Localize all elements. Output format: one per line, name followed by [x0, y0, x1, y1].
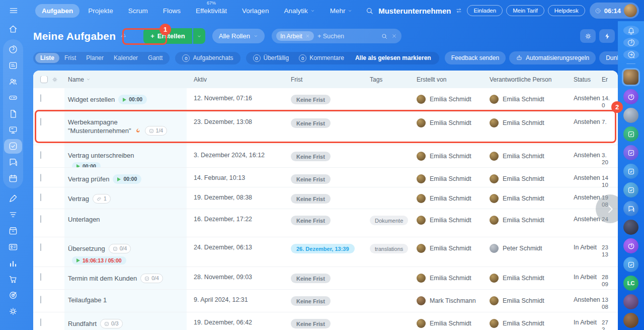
- clear-search-icon[interactable]: [391, 33, 397, 39]
- task-name-link[interactable]: Werbekampagne: [68, 118, 118, 126]
- rail-avatar-photo-12[interactable]: [623, 294, 638, 309]
- sidebar-item-copilot[interactable]: [4, 42, 22, 57]
- rail-avatar-spiral-1[interactable]: [623, 89, 638, 104]
- table-row[interactable]: Vertrag unterschreiben00:003. Dezember 2…: [33, 145, 618, 167]
- nav-item-scrum[interactable]: Scrum: [122, 4, 154, 18]
- topbar-pill-mein-tarif[interactable]: Mein Tarif: [506, 5, 544, 16]
- column-header-aktiv[interactable]: Aktiv: [187, 76, 287, 83]
- overdue-counter[interactable]: 0 Überfällig: [248, 54, 294, 62]
- table-row[interactable]: Teilaufgabe 19. April 2024, 12:31Keine F…: [33, 289, 618, 312]
- view-tab-gantt[interactable]: Gantt: [143, 53, 168, 63]
- nav-item-aufgaben[interactable]: Aufgaben: [35, 4, 79, 18]
- table-row[interactable]: Widget erstellen00:0012. November, 07:16…: [33, 88, 618, 111]
- task-checkbox[interactable]: [40, 151, 41, 159]
- table-row[interactable]: Vertrag prüfen00:0014. Februar, 10:13Kei…: [33, 167, 618, 187]
- switch-company-icon[interactable]: [455, 7, 462, 14]
- tag-badge[interactable]: translations: [370, 244, 408, 253]
- search-icon[interactable]: [381, 33, 388, 40]
- filter-chip-in-arbeit[interactable]: In Arbeit: [276, 31, 314, 41]
- worktime-widget[interactable]: 06:14: [590, 3, 639, 19]
- deadline-badge[interactable]: Keine Frist: [291, 174, 331, 184]
- sidebar-item-analytics[interactable]: [4, 256, 22, 271]
- view-tab-frist[interactable]: Frist: [59, 53, 81, 63]
- sidebar-item-marketing[interactable]: [4, 288, 22, 303]
- sidebar-item-calendar[interactable]: [4, 171, 22, 186]
- deadline-badge[interactable]: 26. Dezember, 13:39: [291, 244, 355, 253]
- timer-badge[interactable]: 00:00: [72, 162, 101, 167]
- tag-badge[interactable]: Dokumente: [370, 216, 408, 225]
- task-name-link[interactable]: Unterlagen: [68, 216, 100, 223]
- sidebar-item-employees[interactable]: [4, 75, 22, 89]
- rail-avatar-spiral-9[interactable]: [623, 238, 638, 253]
- view-tab-kalender[interactable]: Kalender: [109, 53, 143, 63]
- task-checkbox[interactable]: [40, 296, 41, 303]
- boost-button[interactable]: [599, 29, 615, 43]
- column-header-frist[interactable]: Frist: [287, 76, 365, 83]
- rail-avatar-photo-0[interactable]: [623, 70, 638, 85]
- user-avatar[interactable]: [624, 4, 637, 17]
- column-header-name[interactable]: Name: [64, 76, 187, 83]
- task-checkbox[interactable]: [40, 94, 41, 102]
- task-name-link[interactable]: Vertrag unterschreiben: [68, 152, 134, 159]
- comments-counter[interactable]: 0 Kommentare: [294, 54, 349, 62]
- task-name-link[interactable]: Übersetzung: [68, 245, 105, 252]
- nav-item-projekte[interactable]: Projekte: [82, 4, 120, 18]
- task-checkbox[interactable]: [40, 174, 41, 181]
- feedback-button[interactable]: Feedback senden: [445, 51, 506, 64]
- timer-badge[interactable]: 00:00: [118, 95, 147, 104]
- rail-avatar-check-4[interactable]: [623, 145, 638, 160]
- deadline-badge[interactable]: Keine Frist: [291, 216, 331, 225]
- copilot-button[interactable]: [623, 38, 639, 47]
- rail-avatar-photo-13[interactable]: [623, 313, 638, 328]
- table-row[interactable]: Werbekampagne"Musterunternehmen"1/423. D…: [33, 111, 618, 145]
- global-search-icon[interactable]: [365, 7, 374, 15]
- deadline-badge[interactable]: Keine Frist: [291, 319, 331, 328]
- rail-avatar-check-6[interactable]: [623, 182, 638, 197]
- nav-item-mehr[interactable]: Mehr: [324, 4, 359, 18]
- sidebar-item-drive[interactable]: [4, 91, 22, 105]
- sidebar-item-shop[interactable]: [4, 272, 22, 287]
- rail-avatar-check-5[interactable]: [623, 164, 638, 179]
- task-checkbox[interactable]: [40, 215, 41, 223]
- column-header-end[interactable]: Er: [600, 76, 618, 83]
- task-name-link[interactable]: Widget erstellen: [68, 96, 115, 103]
- rail-avatar-check-10[interactable]: [623, 257, 638, 272]
- nav-item-vorlagen[interactable]: Vorlagen: [235, 4, 275, 18]
- table-row[interactable]: Übersetzung0/416:06:13 / 05:0024. Dezemb…: [33, 237, 618, 267]
- rail-avatar-initials-11[interactable]: LC: [623, 276, 638, 291]
- table-row[interactable]: Unterlagen16. Dezember, 17:22Keine Frist…: [33, 209, 618, 237]
- task-filter-input[interactable]: In Arbeit + Suchen: [272, 29, 401, 43]
- company-menu[interactable]: Musterunternehmen: [378, 7, 462, 15]
- sidebar-item-crm[interactable]: [4, 208, 22, 222]
- timer-badge[interactable]: 00:00: [113, 174, 141, 184]
- sidebar-item-whiteboard[interactable]: [4, 123, 22, 138]
- nav-item-analytik[interactable]: Analytik: [277, 4, 321, 18]
- task-checkbox[interactable]: [40, 318, 41, 326]
- table-row[interactable]: Vertrag119. Dezember, 08:38Keine FristEm…: [33, 187, 618, 209]
- sidebar-item-documents[interactable]: [4, 107, 22, 121]
- select-all-checkbox[interactable]: [40, 76, 48, 83]
- task-name-link[interactable]: Termin mit dem Kunden: [68, 275, 137, 282]
- task-checkbox[interactable]: [40, 118, 41, 125]
- rail-avatar-check-3[interactable]: [623, 126, 638, 142]
- rail-avatar-photo-2[interactable]: [623, 108, 638, 123]
- mark-all-read-button[interactable]: Alle als gelesen markieren: [349, 54, 437, 61]
- task-checkbox[interactable]: [40, 273, 41, 281]
- task-checkbox[interactable]: [40, 243, 41, 251]
- nav-item-effektivität[interactable]: 67%Effektivität: [189, 4, 233, 18]
- timer-badge[interactable]: 16:06:13 / 05:00: [72, 256, 126, 265]
- table-row[interactable]: Rundfahrt0/318:36 / 10:0019. Dezember, 0…: [33, 312, 618, 330]
- deadline-badge[interactable]: Keine Frist: [291, 152, 331, 161]
- column-header-responsible[interactable]: Verantwortliche Person: [486, 76, 570, 83]
- sidebar-item-contact-center[interactable]: [4, 240, 22, 254]
- nav-item-flows[interactable]: Flows: [156, 4, 187, 18]
- pin-icon[interactable]: [120, 32, 127, 40]
- sidebar-item-sign[interactable]: [4, 191, 22, 206]
- column-settings-icon[interactable]: [51, 76, 58, 83]
- deadline-badge[interactable]: Keine Frist: [291, 296, 331, 306]
- rail-avatar-chat-7[interactable]: [623, 201, 638, 216]
- task-checkbox[interactable]: [40, 193, 41, 201]
- notifications-button[interactable]: [623, 26, 639, 35]
- topbar-pill-helpdesk[interactable]: Helpdesk: [548, 5, 585, 16]
- create-dropdown-button[interactable]: [193, 28, 205, 44]
